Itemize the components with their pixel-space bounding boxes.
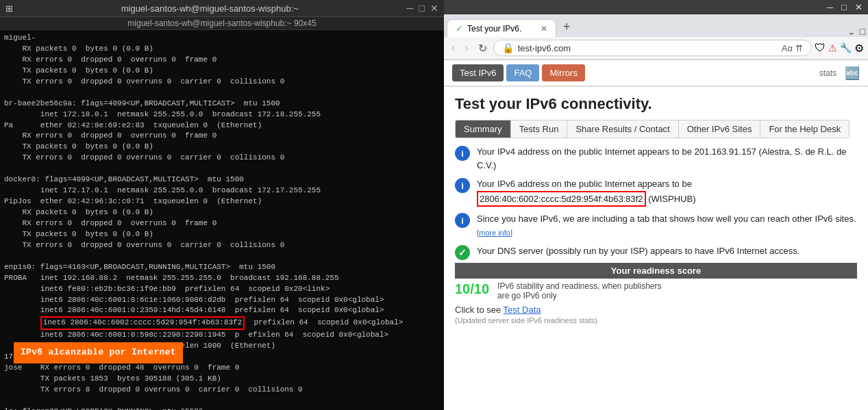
nav-extra-icons: 🛡 ⚠ 🔧 ⚙	[815, 42, 864, 55]
extension-icon[interactable]: 🔧	[840, 42, 852, 53]
page-title: Test your IPv6 connectivity.	[455, 95, 857, 113]
term-line	[4, 251, 440, 262]
browser-restore-button[interactable]: □	[860, 26, 865, 37]
info-icon-dns: ✓	[455, 245, 470, 260]
term-line: TX errors 0 dropped 0 overruns 0 carrier…	[4, 240, 440, 251]
term-line: enp1s0: flags=4163<UP,BROADCAST,RUNNING,…	[4, 262, 440, 273]
term-line: Pa ether 02:42:8e:69:e2:83 txqueuelen 0 …	[4, 120, 440, 131]
browser-chrome: ─ □ ✕ ✓ Test your IPv6. ✕ + ⌄ □ ‹ › ↻ 🔒 …	[444, 0, 868, 60]
site-tab-faq[interactable]: FAQ	[506, 64, 539, 81]
share-icon[interactable]: ⇈	[795, 43, 803, 53]
site-nav: Test IPv6 FAQ Mirrors stats 🔤	[444, 60, 868, 87]
annotation-container: IPv6 alcanzable por Internet	[14, 342, 183, 363]
term-line: TX errors 0 dropped 0 overruns 0 carrier…	[4, 153, 440, 164]
term-line-highlight: inet6 2806:40c:6002:cccc:5d29:954f:4b63:…	[4, 316, 440, 330]
term-line: RX packets 0 bytes 0 (0.0 B)	[4, 207, 440, 218]
warning-icon: ⚠	[828, 42, 837, 53]
more-info-link[interactable]: [more info]	[477, 229, 512, 237]
close-browser-button[interactable]: ✕	[855, 2, 863, 12]
info-icon-tab: i	[455, 213, 470, 228]
minimize-browser-button[interactable]: ─	[827, 2, 833, 12]
annotation-label: IPv6 alcanzable por Internet	[14, 342, 183, 363]
site-tab-test-ipv6[interactable]: Test IPv6	[452, 64, 504, 81]
forward-button[interactable]: ›	[461, 40, 471, 55]
term-line: RX errors 0 dropped 0 overruns 0 frame 0	[4, 55, 440, 66]
ipv6-address-box: 2806:40c:6002:cccc:5d29:954f:4b63:83f2	[477, 191, 646, 207]
content-tab-other-sites[interactable]: Other IPv6 Sites	[679, 120, 761, 138]
translate-addr-icon[interactable]: Aα	[782, 43, 793, 53]
secure-icon: 🔒	[502, 42, 514, 53]
site-tab-mirrors[interactable]: Mirrors	[542, 64, 584, 81]
info-text-ipv6: Your IPv6 address on the public Internet…	[477, 177, 857, 207]
content-tab-summary[interactable]: Summary	[456, 120, 511, 138]
url-text[interactable]: test-ipv6.com	[518, 43, 778, 53]
term-line: PROBA inet 192.168.88.2 netmask 255.255.…	[4, 273, 440, 284]
terminal-icon: ⊞	[5, 3, 13, 14]
maximize-button[interactable]: □	[419, 3, 425, 14]
terminal-title: miguel-santos-wh@miguel-santos-wisphub:~	[13, 3, 407, 14]
info-item-tab-info: i Since you have IPv6, we are including …	[455, 212, 857, 239]
stats-link[interactable]: stats	[819, 68, 836, 78]
translate-icon[interactable]: 🔤	[845, 66, 860, 81]
term-line: TX errors 8 dropped 0 overruns 0 carrier…	[4, 385, 440, 396]
readiness-score: 10/10	[455, 281, 489, 297]
readiness-bar: Your readiness score	[455, 263, 857, 279]
address-bar-icons: Aα ⇈	[782, 43, 803, 53]
info-list: i Your IPv4 address on the public Intern…	[455, 145, 857, 260]
term-line: TX packets 0 bytes 0 (0.0 B)	[4, 142, 440, 153]
browser-pane: ─ □ ✕ ✓ Test your IPv6. ✕ + ⌄ □ ‹ › ↻ 🔒 …	[444, 0, 868, 410]
term-line: jose RX errors 0 dropped 48 overruns 0 f…	[4, 363, 440, 374]
term-line: inet6 fe80::eb2b:bc36:1f9e:bb9 prefixlen…	[4, 284, 440, 295]
test-data-section: Click to see Test Data	[455, 305, 857, 315]
refresh-button[interactable]: ↻	[475, 40, 491, 56]
highlighted-ipv6: inet6 2806:40c:6002:cccc:5d29:954f:4b63:…	[40, 316, 245, 330]
browser-titlebar: ─ □ ✕	[444, 0, 868, 14]
term-line: inet 172.17.0.1 netmask 255.255.0.0 broa…	[4, 185, 440, 196]
term-line: RX errors 0 dropped 0 overruns 0 frame 0	[4, 218, 440, 229]
readiness-desc: IPv6 stability and readiness, when publi…	[497, 281, 675, 300]
term-line: TX packets 1853 bytes 305188 (305.1 KB)	[4, 374, 440, 385]
term-line	[4, 164, 440, 175]
maximize-browser-button[interactable]: □	[841, 2, 847, 12]
page-content: Test your IPv6 connectivity. Summary Tes…	[444, 87, 868, 410]
content-tab-help-desk[interactable]: For the Help Desk	[760, 120, 849, 138]
term-line: TX packets 0 bytes 0 (0.0 B)	[4, 229, 440, 240]
term-line: TX packets 0 bytes 0 (0.0 B)	[4, 66, 440, 77]
content-tab-tests-run[interactable]: Tests Run	[511, 120, 568, 138]
info-item-ipv6: i Your IPv6 address on the public Intern…	[455, 177, 857, 207]
info-icon-ipv4: i	[455, 146, 470, 161]
new-tab-button[interactable]: +	[558, 17, 576, 37]
term-line: lo: flags=73<UP,LOOPBACK,RUNNING> mtu 65…	[4, 407, 440, 410]
terminal-body[interactable]: miguel- RX packets 0 bytes 0 (0.0 B) RX …	[0, 30, 444, 410]
term-line: inet6 2806:40c:6001:0:2359:14hd:45d4:614…	[4, 305, 440, 316]
test-data-link[interactable]: Test Data	[504, 305, 541, 315]
shield-icon[interactable]: 🛡	[815, 42, 826, 54]
term-line: RX errors 0 dropped 0 overruns 0 frame 0	[4, 131, 440, 142]
browser-tab-active[interactable]: ✓ Test your IPv6. ✕	[447, 19, 556, 37]
terminal-pane: ⊞ miguel-santos-wh@miguel-santos-wisphub…	[0, 0, 444, 410]
term-line	[4, 396, 440, 407]
tab-list-button[interactable]: ⌄	[847, 26, 856, 37]
info-text-ipv4: Your IPv4 address on the public Internet…	[477, 145, 857, 172]
info-icon-ipv6: i	[455, 178, 470, 193]
info-item-dns: ✓ Your DNS server (possibly run by your …	[455, 244, 857, 260]
settings-icon[interactable]: ⚙	[854, 42, 864, 55]
info-item-ipv4: i Your IPv4 address on the public Intern…	[455, 145, 857, 172]
terminal-subtitle: miguel-santos-wh@miguel-santos-wisphub:~…	[0, 17, 444, 30]
minimize-button[interactable]: ─	[407, 3, 414, 14]
info-text-tab: Since you have IPv6, we are including a …	[477, 212, 857, 239]
address-bar[interactable]: 🔒 test-ipv6.com Aα ⇈	[493, 40, 812, 56]
tab-bar: ✓ Test your IPv6. ✕ + ⌄ □	[444, 14, 868, 37]
tab-close-button[interactable]: ✕	[541, 24, 547, 34]
term-line: inet 172.18.0.1 netmask 255.255.0.0 broa…	[4, 110, 440, 120]
content-tab-share-results[interactable]: Share Results / Contact	[567, 120, 678, 138]
terminal-controls[interactable]: ─ □ ✕	[407, 3, 438, 14]
close-button[interactable]: ✕	[430, 3, 438, 14]
terminal-titlebar: ⊞ miguel-santos-wh@miguel-santos-wisphub…	[0, 0, 444, 17]
term-line: inet6 2806:40c:6001:0:598c:2290:2290:194…	[4, 330, 440, 341]
term-line	[4, 88, 440, 99]
back-button[interactable]: ‹	[448, 40, 458, 55]
term-line: TX errors 0 dropped 0 overruns 0 carrier…	[4, 77, 440, 88]
browser-content: Test IPv6 FAQ Mirrors stats 🔤 Test your …	[444, 60, 868, 410]
term-line: miguel-	[4, 33, 440, 44]
